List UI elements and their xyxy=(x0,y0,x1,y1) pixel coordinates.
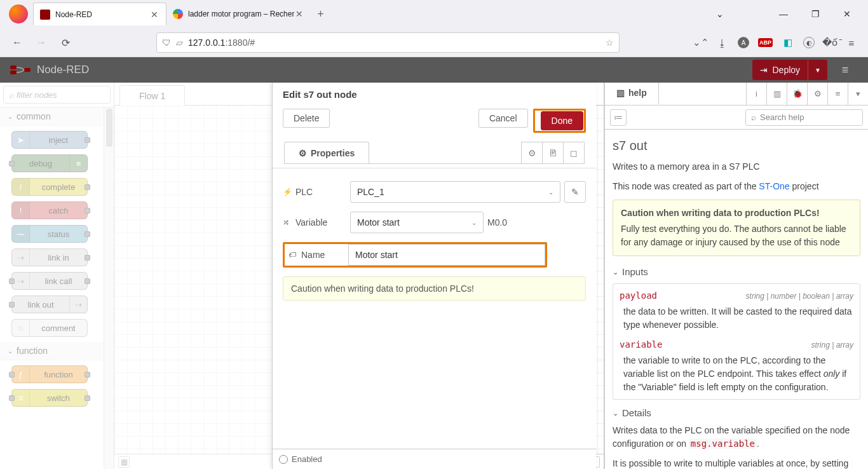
doc-icon[interactable]: 🖹 xyxy=(542,142,564,163)
enabled-label: Enabled xyxy=(292,454,322,464)
link-icon: ⇢ xyxy=(12,273,30,289)
name-input[interactable] xyxy=(348,244,545,266)
variable-select[interactable]: Motor start⌄ xyxy=(350,212,484,233)
delete-button[interactable]: Delete xyxy=(283,109,330,128)
variable-address: M0.0 xyxy=(487,217,519,228)
palette-node-link-out[interactable]: link out⇢ xyxy=(11,296,88,313)
maximize-icon[interactable]: ❐ xyxy=(806,9,825,19)
nodered-body: ⌕filter nodes ⌄common ➤inject debug≡ !co… xyxy=(0,83,868,469)
bolt-icon: ⚡ xyxy=(283,187,292,196)
palette-node-inject[interactable]: ➤inject xyxy=(11,131,88,149)
enabled-toggle[interactable] xyxy=(279,455,288,464)
nodered-logo-icon xyxy=(10,64,31,76)
bookmark-icon[interactable]: ☆ xyxy=(606,37,614,48)
menu-button[interactable]: ≡ xyxy=(832,64,858,77)
input-types: string | array xyxy=(811,339,853,351)
shuffle-icon: ⤮ xyxy=(283,218,292,227)
palette-node-switch[interactable]: ⤭switch xyxy=(11,389,88,407)
tab-bar: Node-RED ✕ ladder motor program – Recher… xyxy=(0,0,868,28)
chevron-down-icon[interactable]: ▼ xyxy=(808,67,827,74)
palette-node-comment[interactable]: ○comment xyxy=(11,319,88,337)
book-icon[interactable]: ▥ xyxy=(766,83,787,105)
tray-title: Edit s7 out node xyxy=(283,89,586,100)
st-one-link[interactable]: ST-One xyxy=(759,181,789,191)
lock-icon[interactable]: ▱ xyxy=(176,37,183,48)
done-highlight: Done xyxy=(533,109,586,133)
properties-tab[interactable]: ⚙Properties xyxy=(284,142,369,163)
category-label: common xyxy=(17,111,51,121)
palette-node-debug[interactable]: debug≡ xyxy=(11,154,88,172)
back-button[interactable]: ← xyxy=(8,33,27,52)
chevron-down-icon: ⌄ xyxy=(613,267,618,278)
plc-select[interactable]: PLC_1⌄ xyxy=(350,181,560,203)
palette-category-function[interactable]: ⌄function xyxy=(0,342,114,360)
help-tab[interactable]: ▥help xyxy=(605,83,659,105)
deploy-button[interactable]: ⇥Deploy ▼ xyxy=(752,60,828,80)
filter-nodes-input[interactable]: ⌕filter nodes xyxy=(3,86,111,104)
switch-icon: ⤭ xyxy=(12,390,30,406)
book-icon: ▥ xyxy=(616,88,625,98)
minimize-icon[interactable]: — xyxy=(774,9,793,19)
details-p2: It is possible to write to multiple vari… xyxy=(613,457,860,469)
debug-icon[interactable]: 🐞 xyxy=(787,83,807,105)
scrollbar[interactable] xyxy=(104,107,114,469)
select-value: PLC_1 xyxy=(357,187,384,197)
close-icon[interactable]: ✕ xyxy=(837,9,857,19)
appearance-icon[interactable]: ◻ xyxy=(563,142,585,163)
context-icon[interactable]: ≡ xyxy=(827,83,848,105)
extensions-icon[interactable]: �ốֿ xyxy=(824,36,836,49)
alert-icon: ! xyxy=(12,202,30,219)
palette-node-complete[interactable]: !complete xyxy=(11,178,88,196)
link-icon: ⇢ xyxy=(69,296,87,313)
palette-node-catch[interactable]: !catch xyxy=(11,201,88,219)
palette-node-status[interactable]: ⁓status xyxy=(11,225,88,243)
info-icon[interactable]: i xyxy=(746,83,766,105)
done-button[interactable]: Done xyxy=(541,111,583,130)
sidebar: ▥help i ▥ 🐞 ⚙ ≡ ▾ ≔ ⌕Search help s7 out … xyxy=(604,83,868,469)
abp-icon[interactable]: ABP xyxy=(758,38,773,47)
new-tab-button[interactable]: + xyxy=(311,4,330,24)
menu-icon[interactable]: ≡ xyxy=(845,36,858,49)
palette-node-function[interactable]: ƒfunction xyxy=(11,365,88,383)
extension-icon[interactable]: ◐ xyxy=(803,37,815,48)
help-search[interactable]: ⌕Search help xyxy=(745,109,863,126)
field-label: PLC xyxy=(295,187,313,197)
palette-node-link-in[interactable]: ⇢link in xyxy=(11,248,88,266)
flow-tab[interactable]: Flow 1 xyxy=(119,85,185,105)
comment-icon: ○ xyxy=(12,320,30,336)
palette-node-link-call[interactable]: ⇢link call xyxy=(11,272,88,290)
browser-tab-nodered[interactable]: Node-RED ✕ xyxy=(33,3,166,25)
download-icon[interactable]: ⭳ xyxy=(716,36,729,49)
palette-category-common[interactable]: ⌄common xyxy=(0,107,114,126)
edit-tray: Edit s7 out node Delete Cancel Done ⚙Pro… xyxy=(272,83,596,469)
reload-button[interactable]: ⟳ xyxy=(56,33,75,52)
link-icon: ⇢ xyxy=(12,249,30,266)
help-content: s7 out Writes to a memory area in a S7 P… xyxy=(605,130,868,469)
address-bar[interactable]: 🛡 ▱ 127.0.0.1:1880/# ☆ xyxy=(156,32,620,53)
pocket-icon[interactable]: ⌄⌃ xyxy=(695,36,707,49)
inputs-section[interactable]: ⌄Inputs xyxy=(613,265,860,280)
cancel-button[interactable]: Cancel xyxy=(478,109,528,128)
chevron-down-icon: ⌄ xyxy=(548,189,553,196)
edit-plc-button[interactable]: ✎ xyxy=(564,181,586,203)
navigator-button[interactable]: ▦ xyxy=(118,456,130,468)
toc-button[interactable]: ≔ xyxy=(610,109,627,126)
chevron-down-icon[interactable]: ⌄ xyxy=(710,9,729,19)
close-icon[interactable]: ✕ xyxy=(149,10,159,20)
sidebar-tabs: ▥help i ▥ 🐞 ⚙ ≡ ▾ xyxy=(605,83,868,105)
tab-label: help xyxy=(628,88,647,98)
extension-icon[interactable]: ◧ xyxy=(782,36,794,49)
gear-icon[interactable]: ⚙ xyxy=(521,142,543,163)
close-icon[interactable]: ✕ xyxy=(294,9,304,19)
chevron-down-icon[interactable]: ▾ xyxy=(848,83,868,105)
gear-icon[interactable]: ⚙ xyxy=(807,83,827,105)
details-section[interactable]: ⌄Details xyxy=(613,406,860,421)
account-icon[interactable]: A xyxy=(738,37,749,48)
input-key: payload xyxy=(620,289,657,302)
browser-tab-google[interactable]: ladder motor program – Recher ✕ xyxy=(166,3,311,25)
help-subtitle: Writes to a memory area in a S7 PLC xyxy=(613,160,860,173)
debug-icon: ≡ xyxy=(69,155,87,172)
tab-label: Flow 1 xyxy=(139,91,165,101)
shield-icon[interactable]: 🛡 xyxy=(162,37,171,48)
svg-rect-0 xyxy=(10,65,17,69)
